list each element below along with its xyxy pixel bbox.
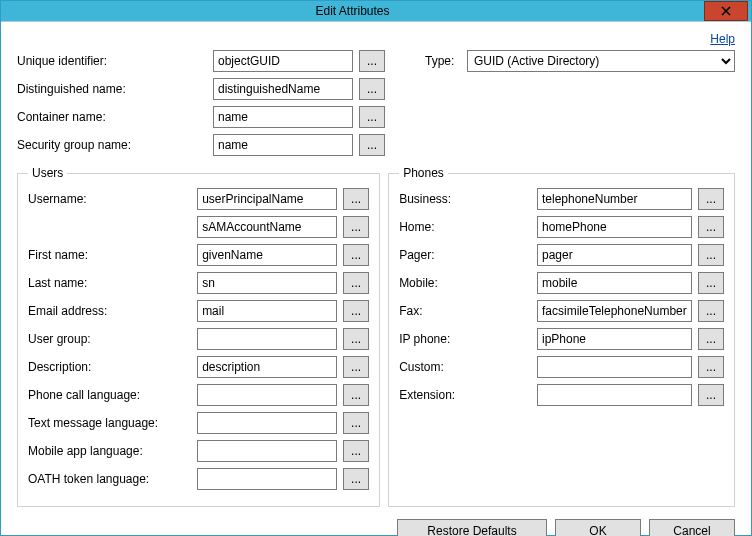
users-group: Users Username:......First name:...Last … bbox=[17, 166, 380, 507]
users-row-label: Email address: bbox=[28, 304, 191, 318]
phones-row-browse-button[interactable]: ... bbox=[698, 356, 724, 378]
users-row-input[interactable] bbox=[197, 468, 337, 490]
phones-row-browse-button[interactable]: ... bbox=[698, 188, 724, 210]
users-row-label: Text message language: bbox=[28, 416, 191, 430]
users-row-browse-button[interactable]: ... bbox=[343, 188, 369, 210]
phones-row-label: Mobile: bbox=[399, 276, 531, 290]
phones-row-input[interactable] bbox=[537, 272, 692, 294]
phones-legend: Phones bbox=[399, 166, 448, 180]
users-row-label: Last name: bbox=[28, 276, 191, 290]
dn-input[interactable] bbox=[213, 78, 353, 100]
users-row-label: OATH token language: bbox=[28, 472, 191, 486]
groups-row: Users Username:......First name:...Last … bbox=[17, 166, 735, 507]
users-row-browse-button[interactable]: ... bbox=[343, 412, 369, 434]
phones-row-browse-button[interactable]: ... bbox=[698, 272, 724, 294]
users-row: Mobile app language:... bbox=[28, 440, 369, 462]
phones-row-input[interactable] bbox=[537, 356, 692, 378]
users-row-input[interactable] bbox=[197, 188, 337, 210]
dialog-buttons: Restore Defaults OK Cancel bbox=[17, 507, 735, 536]
phones-row-input[interactable] bbox=[537, 384, 692, 406]
dn-label: Distinguished name: bbox=[17, 82, 207, 96]
users-row-browse-button[interactable]: ... bbox=[343, 468, 369, 490]
users-row-browse-button[interactable]: ... bbox=[343, 356, 369, 378]
users-row-input[interactable] bbox=[197, 244, 337, 266]
users-row: Description:... bbox=[28, 356, 369, 378]
cn-label: Container name: bbox=[17, 110, 207, 124]
users-row: ... bbox=[28, 216, 369, 238]
restore-defaults-button[interactable]: Restore Defaults bbox=[397, 519, 547, 536]
phones-row-input[interactable] bbox=[537, 188, 692, 210]
users-row-input[interactable] bbox=[197, 356, 337, 378]
users-row-label: Phone call language: bbox=[28, 388, 191, 402]
sg-browse-button[interactable]: ... bbox=[359, 134, 385, 156]
users-row-input[interactable] bbox=[197, 384, 337, 406]
phones-row: Mobile:... bbox=[399, 272, 724, 294]
users-legend: Users bbox=[28, 166, 67, 180]
users-row-input[interactable] bbox=[197, 412, 337, 434]
phones-row-input[interactable] bbox=[537, 300, 692, 322]
users-row-label: Description: bbox=[28, 360, 191, 374]
phones-row: Custom:... bbox=[399, 356, 724, 378]
users-row-input[interactable] bbox=[197, 328, 337, 350]
uid-input[interactable] bbox=[213, 50, 353, 72]
phones-row: Pager:... bbox=[399, 244, 724, 266]
users-row: Last name:... bbox=[28, 272, 369, 294]
help-link[interactable]: Help bbox=[710, 32, 735, 46]
cancel-button[interactable]: Cancel bbox=[649, 519, 735, 536]
users-row: Text message language:... bbox=[28, 412, 369, 434]
dn-browse-button[interactable]: ... bbox=[359, 78, 385, 100]
phones-row-label: Custom: bbox=[399, 360, 531, 374]
phones-row: Fax:... bbox=[399, 300, 724, 322]
users-row: Email address:... bbox=[28, 300, 369, 322]
phones-row-label: Business: bbox=[399, 192, 531, 206]
type-select[interactable]: GUID (Active Directory) bbox=[467, 50, 735, 72]
sg-label: Security group name: bbox=[17, 138, 207, 152]
phones-group: Phones Business:...Home:...Pager:...Mobi… bbox=[388, 166, 735, 507]
users-row: Username:... bbox=[28, 188, 369, 210]
close-button[interactable] bbox=[704, 1, 748, 21]
users-row-browse-button[interactable]: ... bbox=[343, 300, 369, 322]
phones-row-label: Home: bbox=[399, 220, 531, 234]
phones-row-label: Pager: bbox=[399, 248, 531, 262]
phones-row-browse-button[interactable]: ... bbox=[698, 244, 724, 266]
phones-row: Business:... bbox=[399, 188, 724, 210]
uid-browse-button[interactable]: ... bbox=[359, 50, 385, 72]
ok-button[interactable]: OK bbox=[555, 519, 641, 536]
users-row-browse-button[interactable]: ... bbox=[343, 384, 369, 406]
users-row-browse-button[interactable]: ... bbox=[343, 244, 369, 266]
title-bar: Edit Attributes bbox=[1, 1, 751, 22]
phones-row-input[interactable] bbox=[537, 328, 692, 350]
phones-row-input[interactable] bbox=[537, 216, 692, 238]
users-row: Phone call language:... bbox=[28, 384, 369, 406]
users-row-browse-button[interactable]: ... bbox=[343, 328, 369, 350]
users-row-label: User group: bbox=[28, 332, 191, 346]
users-row-browse-button[interactable]: ... bbox=[343, 272, 369, 294]
type-label: Type: bbox=[391, 54, 461, 68]
cn-browse-button[interactable]: ... bbox=[359, 106, 385, 128]
users-row-label: First name: bbox=[28, 248, 191, 262]
dialog-content: Help Unique identifier: ... Type: GUID (… bbox=[1, 22, 751, 536]
phones-row-browse-button[interactable]: ... bbox=[698, 384, 724, 406]
users-row-browse-button[interactable]: ... bbox=[343, 216, 369, 238]
cn-input[interactable] bbox=[213, 106, 353, 128]
users-row: OATH token language:... bbox=[28, 468, 369, 490]
dialog-window: Edit Attributes Help Unique identifier: … bbox=[0, 0, 752, 536]
sg-input[interactable] bbox=[213, 134, 353, 156]
phones-row-browse-button[interactable]: ... bbox=[698, 216, 724, 238]
users-row-label: Mobile app language: bbox=[28, 444, 191, 458]
phones-row: Extension:... bbox=[399, 384, 724, 406]
phones-row-label: Extension: bbox=[399, 388, 531, 402]
phones-row-browse-button[interactable]: ... bbox=[698, 328, 724, 350]
phones-row-input[interactable] bbox=[537, 244, 692, 266]
users-row: First name:... bbox=[28, 244, 369, 266]
users-row-input[interactable] bbox=[197, 216, 337, 238]
users-row-label: Username: bbox=[28, 192, 191, 206]
close-icon bbox=[721, 6, 731, 16]
top-fields: Unique identifier: ... Type: GUID (Activ… bbox=[17, 50, 735, 156]
phones-row-browse-button[interactable]: ... bbox=[698, 300, 724, 322]
users-row-input[interactable] bbox=[197, 272, 337, 294]
users-row: User group:... bbox=[28, 328, 369, 350]
users-row-browse-button[interactable]: ... bbox=[343, 440, 369, 462]
users-row-input[interactable] bbox=[197, 440, 337, 462]
users-row-input[interactable] bbox=[197, 300, 337, 322]
